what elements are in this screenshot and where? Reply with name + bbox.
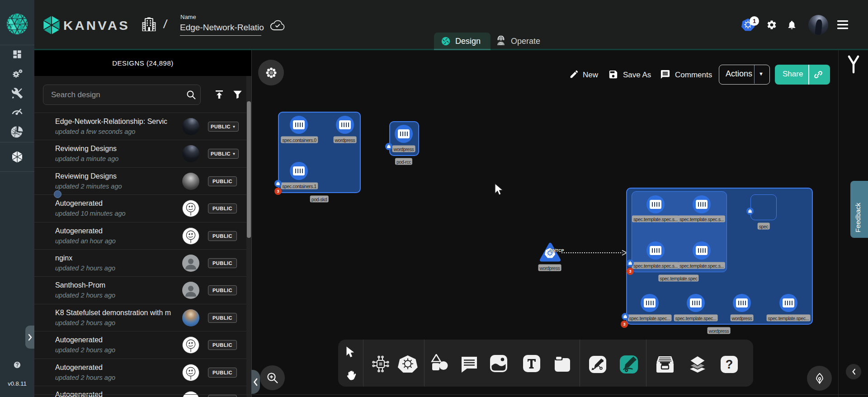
- svg-text:?: ?: [726, 358, 733, 371]
